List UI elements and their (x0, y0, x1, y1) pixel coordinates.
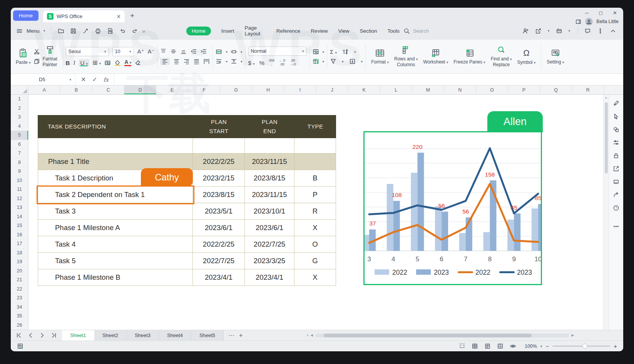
menu-tab-home[interactable]: Home (186, 27, 211, 35)
italic-button[interactable]: I (73, 60, 75, 66)
column-header-R[interactable]: R (572, 85, 604, 95)
first-sheet-icon[interactable] (16, 332, 22, 339)
row-header-5[interactable]: 5 (11, 131, 28, 140)
cancel-entry-icon[interactable]: ✕ (81, 76, 86, 83)
more-tools-icon[interactable]: » (142, 28, 145, 34)
insert-function-icon[interactable]: fx (104, 77, 109, 83)
selection-mode-icon[interactable] (459, 343, 465, 349)
cell[interactable]: 2023/8/15 (193, 187, 245, 203)
row-header-6[interactable]: 6 (11, 140, 28, 149)
maximize-icon[interactable]: ◻ (599, 10, 603, 16)
hamburger-icon[interactable] (16, 28, 23, 34)
adjust-icon[interactable] (613, 139, 619, 146)
row-header-26[interactable]: 26 (11, 321, 28, 330)
column-header-I[interactable]: I (284, 85, 316, 95)
cell[interactable]: P (294, 187, 336, 203)
copy-icon[interactable] (33, 58, 40, 65)
cell[interactable]: O (294, 236, 336, 252)
embedded-chart[interactable]: 3710822056561588585345678910202220232022… (363, 131, 542, 285)
autosum-icon[interactable]: Σ ▾ (330, 48, 337, 55)
horizontal-scrollbar[interactable]: ‖ ◀ ▶ (307, 330, 623, 341)
row-header-18[interactable]: 18 (11, 249, 28, 258)
zoom-out-icon[interactable]: − (545, 343, 549, 349)
decrease-indent-icon[interactable] (190, 48, 197, 55)
row-header-22[interactable]: 22 (11, 285, 28, 294)
cell[interactable] (294, 154, 336, 170)
cell[interactable]: 2022/7/25 (193, 253, 245, 269)
card-icon[interactable] (613, 179, 619, 185)
cell[interactable]: 2023/6/1 (245, 220, 294, 236)
column-header-L[interactable]: L (380, 85, 412, 95)
sheet-tab-sheet4[interactable]: Sheet4 (159, 330, 191, 341)
normal-view-icon[interactable] (472, 343, 478, 349)
find-and-replace-button[interactable]: Find and ▾Replace (488, 45, 515, 68)
confirm-entry-icon[interactable]: ✓ (92, 76, 97, 83)
sheet-tab-sheet2[interactable]: Sheet2 (94, 330, 127, 341)
sheet-tab-sheet3[interactable]: Sheet3 (127, 330, 159, 341)
collapse-ribbon-icon[interactable] (610, 28, 616, 34)
kebab-icon[interactable] (597, 28, 604, 34)
row-header-13[interactable]: 13 (11, 203, 28, 212)
bold-button[interactable]: B (66, 60, 70, 66)
font-name-select[interactable]: Seoui▾ (66, 47, 109, 56)
align-center-icon[interactable] (173, 58, 180, 65)
column-header-F[interactable]: F (188, 85, 220, 95)
search-box[interactable]: Search (403, 28, 519, 34)
cell[interactable]: R (294, 203, 336, 219)
row-header-14[interactable]: 14 (11, 212, 28, 222)
zoom-in-icon[interactable]: + (614, 343, 617, 349)
column-header-K[interactable]: K (348, 85, 380, 95)
column-header-G[interactable]: G (220, 85, 252, 95)
column-header-P[interactable]: P (508, 85, 540, 95)
zoom-level[interactable]: 100% (525, 344, 537, 349)
menu-tab-tools[interactable]: Tools (387, 28, 400, 34)
merge-cells-icon[interactable] (216, 48, 222, 55)
print-icon[interactable] (95, 28, 101, 34)
row-header-34[interactable]: 34 (11, 303, 28, 312)
column-header-A[interactable]: A (28, 85, 60, 95)
align-left-icon[interactable] (160, 58, 170, 65)
row-header-19[interactable]: 19 (11, 257, 28, 267)
filter-icon[interactable] (330, 58, 336, 65)
redo-icon[interactable] (132, 28, 138, 34)
row-header-9[interactable]: 9 (11, 167, 28, 176)
minimize-icon[interactable]: ─ (585, 10, 589, 16)
borders-icon[interactable]: ⊞ ▾ (93, 59, 101, 66)
cell[interactable]: 2023/11/15 (245, 187, 294, 203)
document-tab[interactable]: S WPS Office ✕ (43, 10, 125, 22)
increase-font-icon[interactable]: A⁺ (137, 48, 144, 55)
row-header-16[interactable]: 16 (11, 230, 28, 240)
format-button[interactable]: Format ▾ (368, 48, 391, 66)
zoom-slider[interactable] (552, 346, 610, 347)
formula-input[interactable] (114, 74, 623, 85)
cell[interactable]: B (294, 170, 336, 186)
menu-tab-page-layout[interactable]: Page Layout (244, 25, 266, 37)
row-header-2[interactable]: 2 (11, 104, 28, 113)
sheet-tab-sheet5[interactable]: Sheet5 (191, 330, 224, 341)
scroll-split-handle[interactable]: ‖ (307, 334, 308, 337)
avatar[interactable] (585, 18, 593, 25)
cell[interactable]: 2023/5/1 (193, 203, 245, 219)
prev-sheet-icon[interactable] (27, 332, 34, 339)
vertical-scroll-thumb[interactable] (605, 102, 608, 174)
row-header-20[interactable]: 20 (11, 267, 28, 276)
zoom-slider-knob[interactable] (582, 344, 587, 349)
export-arrow-icon[interactable] (613, 165, 619, 172)
align-bottom-icon[interactable] (180, 48, 187, 55)
format-painter-button[interactable]: FarmatPainter (40, 45, 60, 68)
column-header-N[interactable]: N (444, 85, 476, 95)
font-size-select[interactable]: 10▾ (112, 47, 134, 56)
row-header-8[interactable]: 8 (11, 158, 28, 167)
increase-indent-icon[interactable] (200, 48, 207, 55)
align-right-icon[interactable] (183, 58, 190, 65)
wrap-text-icon[interactable] (216, 58, 222, 65)
paste-button[interactable]: Paste ▾ (13, 47, 33, 66)
column-header-O[interactable]: O (476, 85, 508, 95)
help-icon[interactable]: ? (613, 205, 619, 211)
sheet-canvas[interactable]: TASK DESCRIPTIONPLANSTARTPLANENDTYPEPhas… (28, 95, 603, 330)
cell[interactable]: Phase 1 Title (38, 154, 193, 170)
cell[interactable]: 2022/2/25 (193, 154, 245, 170)
distribute-text-icon[interactable] (203, 58, 210, 65)
decrease-decimal-icon[interactable]: .00→.0 (290, 59, 296, 67)
cell[interactable]: 2023/10/1 (245, 203, 294, 219)
